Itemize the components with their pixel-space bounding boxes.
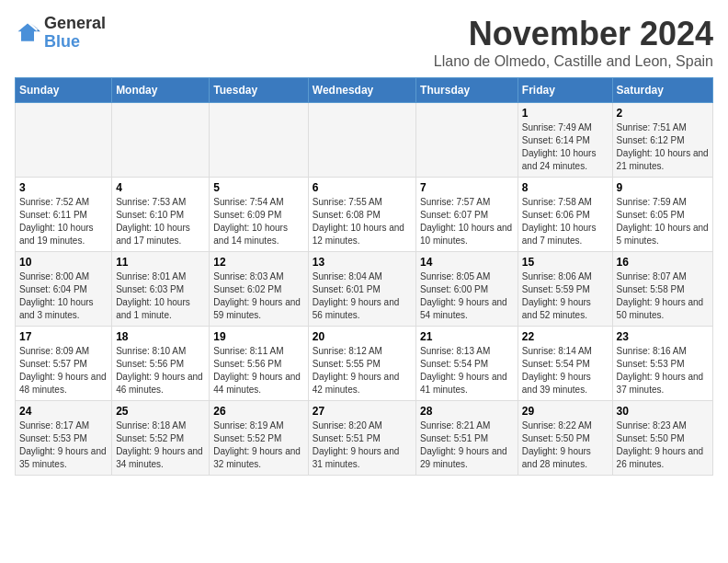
calendar-cell: 21Sunrise: 8:13 AM Sunset: 5:54 PM Dayli… (416, 327, 518, 401)
day-info: Sunrise: 7:53 AM Sunset: 6:10 PM Dayligh… (116, 196, 205, 247)
day-info: Sunrise: 7:59 AM Sunset: 6:05 PM Dayligh… (617, 196, 709, 247)
header-cell-friday: Friday (518, 78, 612, 103)
day-info: Sunrise: 8:01 AM Sunset: 6:03 PM Dayligh… (116, 270, 205, 322)
calendar-cell: 28Sunrise: 8:21 AM Sunset: 5:51 PM Dayli… (416, 401, 518, 476)
title-section: November 2024 Llano de Olmedo, Castille … (434, 15, 713, 70)
day-number: 25 (116, 405, 205, 418)
calendar-table: SundayMondayTuesdayWednesdayThursdayFrid… (15, 77, 713, 476)
day-number: 14 (420, 256, 514, 269)
subtitle: Llano de Olmedo, Castille and Leon, Spai… (434, 53, 713, 70)
calendar-cell (16, 103, 112, 178)
calendar-cell: 25Sunrise: 8:18 AM Sunset: 5:52 PM Dayli… (112, 401, 210, 476)
day-info: Sunrise: 8:04 AM Sunset: 6:01 PM Dayligh… (313, 270, 412, 322)
day-number: 16 (617, 256, 709, 269)
day-number: 12 (213, 256, 303, 269)
day-info: Sunrise: 8:06 AM Sunset: 5:59 PM Dayligh… (522, 270, 609, 322)
calendar-cell: 27Sunrise: 8:20 AM Sunset: 5:51 PM Dayli… (308, 401, 415, 476)
day-number: 30 (617, 405, 709, 418)
day-number: 24 (19, 405, 108, 418)
week-row-3: 10Sunrise: 8:00 AM Sunset: 6:04 PM Dayli… (16, 252, 713, 327)
day-number: 27 (313, 405, 412, 418)
day-info: Sunrise: 8:07 AM Sunset: 5:58 PM Dayligh… (617, 270, 709, 322)
day-info: Sunrise: 8:20 AM Sunset: 5:51 PM Dayligh… (313, 419, 412, 471)
day-info: Sunrise: 8:00 AM Sunset: 6:04 PM Dayligh… (19, 270, 108, 322)
calendar-cell: 6Sunrise: 7:55 AM Sunset: 6:08 PM Daylig… (308, 178, 415, 252)
day-info: Sunrise: 8:03 AM Sunset: 6:02 PM Dayligh… (213, 270, 303, 322)
day-info: Sunrise: 8:12 AM Sunset: 5:55 PM Dayligh… (313, 345, 412, 396)
day-number: 4 (116, 181, 205, 194)
calendar-cell: 24Sunrise: 8:17 AM Sunset: 5:53 PM Dayli… (16, 401, 112, 476)
day-info: Sunrise: 7:55 AM Sunset: 6:08 PM Dayligh… (313, 196, 412, 247)
day-info: Sunrise: 8:21 AM Sunset: 5:51 PM Dayligh… (420, 419, 514, 471)
calendar-cell: 17Sunrise: 8:09 AM Sunset: 5:57 PM Dayli… (16, 327, 112, 401)
calendar-cell: 23Sunrise: 8:16 AM Sunset: 5:53 PM Dayli… (612, 327, 712, 401)
day-info: Sunrise: 7:54 AM Sunset: 6:09 PM Dayligh… (213, 196, 303, 247)
calendar-cell: 14Sunrise: 8:05 AM Sunset: 6:00 PM Dayli… (416, 252, 518, 327)
calendar-cell: 15Sunrise: 8:06 AM Sunset: 5:59 PM Dayli… (518, 252, 612, 327)
calendar-cell (416, 103, 518, 178)
header-row: SundayMondayTuesdayWednesdayThursdayFrid… (16, 78, 713, 103)
day-number: 28 (420, 405, 514, 418)
calendar-cell: 7Sunrise: 7:57 AM Sunset: 6:07 PM Daylig… (416, 178, 518, 252)
day-number: 10 (19, 256, 108, 269)
calendar-cell: 18Sunrise: 8:10 AM Sunset: 5:56 PM Dayli… (112, 327, 210, 401)
calendar-cell: 19Sunrise: 8:11 AM Sunset: 5:56 PM Dayli… (210, 327, 308, 401)
header-cell-sunday: Sunday (16, 78, 112, 103)
logo-general-text: General (44, 15, 106, 33)
day-number: 7 (420, 181, 514, 194)
day-number: 8 (522, 181, 609, 194)
header-cell-monday: Monday (112, 78, 210, 103)
header-cell-wednesday: Wednesday (308, 78, 415, 103)
calendar-cell: 13Sunrise: 8:04 AM Sunset: 6:01 PM Dayli… (308, 252, 415, 327)
day-number: 17 (19, 330, 108, 343)
day-number: 1 (522, 107, 609, 120)
main-title: November 2024 (434, 15, 713, 53)
week-row-2: 3Sunrise: 7:52 AM Sunset: 6:11 PM Daylig… (16, 178, 713, 252)
day-number: 2 (617, 107, 709, 120)
day-info: Sunrise: 7:49 AM Sunset: 6:14 PM Dayligh… (522, 121, 609, 173)
day-number: 6 (313, 181, 412, 194)
calendar-cell: 8Sunrise: 7:58 AM Sunset: 6:06 PM Daylig… (518, 178, 612, 252)
day-info: Sunrise: 8:10 AM Sunset: 5:56 PM Dayligh… (116, 345, 205, 396)
calendar-cell: 4Sunrise: 7:53 AM Sunset: 6:10 PM Daylig… (112, 178, 210, 252)
logo-text: General Blue (44, 15, 106, 52)
calendar-cell (308, 103, 415, 178)
week-row-5: 24Sunrise: 8:17 AM Sunset: 5:53 PM Dayli… (16, 401, 713, 476)
week-row-1: 1Sunrise: 7:49 AM Sunset: 6:14 PM Daylig… (16, 103, 713, 178)
header-cell-tuesday: Tuesday (210, 78, 308, 103)
day-number: 11 (116, 256, 205, 269)
day-info: Sunrise: 8:23 AM Sunset: 5:50 PM Dayligh… (617, 419, 709, 471)
day-info: Sunrise: 8:18 AM Sunset: 5:52 PM Dayligh… (116, 419, 205, 471)
day-info: Sunrise: 8:14 AM Sunset: 5:54 PM Dayligh… (522, 345, 609, 396)
calendar-cell: 26Sunrise: 8:19 AM Sunset: 5:52 PM Dayli… (210, 401, 308, 476)
logo-blue-text: Blue (44, 33, 106, 52)
calendar-cell: 22Sunrise: 8:14 AM Sunset: 5:54 PM Dayli… (518, 327, 612, 401)
header-cell-saturday: Saturday (612, 78, 712, 103)
calendar-cell: 9Sunrise: 7:59 AM Sunset: 6:05 PM Daylig… (612, 178, 712, 252)
day-info: Sunrise: 8:19 AM Sunset: 5:52 PM Dayligh… (213, 419, 303, 471)
calendar-cell: 20Sunrise: 8:12 AM Sunset: 5:55 PM Dayli… (308, 327, 415, 401)
calendar-cell: 1Sunrise: 7:49 AM Sunset: 6:14 PM Daylig… (518, 103, 612, 178)
day-info: Sunrise: 7:57 AM Sunset: 6:07 PM Dayligh… (420, 196, 514, 247)
day-number: 15 (522, 256, 609, 269)
calendar-cell: 30Sunrise: 8:23 AM Sunset: 5:50 PM Dayli… (612, 401, 712, 476)
day-info: Sunrise: 8:11 AM Sunset: 5:56 PM Dayligh… (213, 345, 303, 396)
calendar-cell: 12Sunrise: 8:03 AM Sunset: 6:02 PM Dayli… (210, 252, 308, 327)
day-number: 26 (213, 405, 303, 418)
day-info: Sunrise: 8:22 AM Sunset: 5:50 PM Dayligh… (522, 419, 609, 471)
day-number: 13 (313, 256, 412, 269)
calendar-header: SundayMondayTuesdayWednesdayThursdayFrid… (16, 78, 713, 103)
calendar-cell: 29Sunrise: 8:22 AM Sunset: 5:50 PM Dayli… (518, 401, 612, 476)
logo: General Blue (15, 15, 106, 52)
day-number: 21 (420, 330, 514, 343)
day-info: Sunrise: 8:05 AM Sunset: 6:00 PM Dayligh… (420, 270, 514, 322)
header: General Blue November 2024 Llano de Olme… (15, 15, 713, 70)
week-row-4: 17Sunrise: 8:09 AM Sunset: 5:57 PM Dayli… (16, 327, 713, 401)
calendar-cell: 11Sunrise: 8:01 AM Sunset: 6:03 PM Dayli… (112, 252, 210, 327)
calendar-body: 1Sunrise: 7:49 AM Sunset: 6:14 PM Daylig… (16, 103, 713, 476)
day-info: Sunrise: 7:52 AM Sunset: 6:11 PM Dayligh… (19, 196, 108, 247)
calendar-cell: 16Sunrise: 8:07 AM Sunset: 5:58 PM Dayli… (612, 252, 712, 327)
calendar-cell: 10Sunrise: 8:00 AM Sunset: 6:04 PM Dayli… (16, 252, 112, 327)
day-number: 29 (522, 405, 609, 418)
calendar-cell: 2Sunrise: 7:51 AM Sunset: 6:12 PM Daylig… (612, 103, 712, 178)
